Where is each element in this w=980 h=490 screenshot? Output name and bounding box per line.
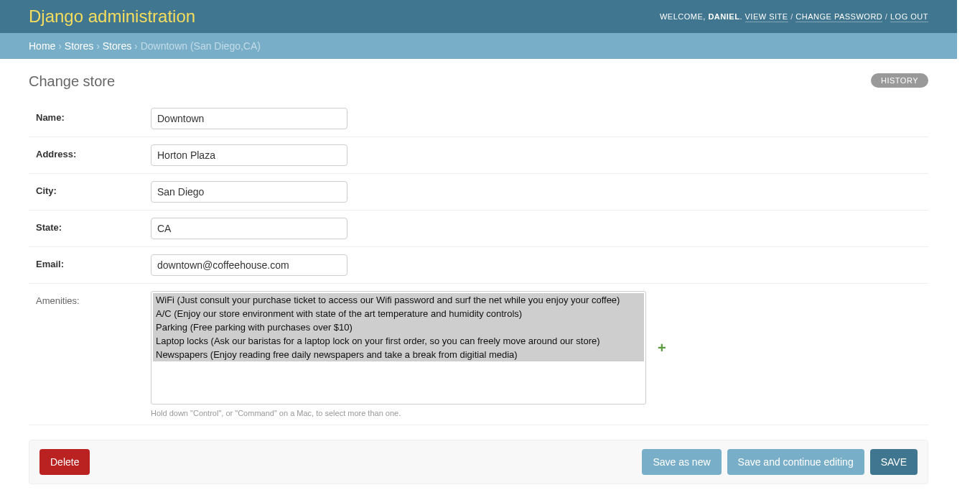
amenity-option[interactable]: Newspapers (Enjoy reading free daily new… — [153, 348, 644, 361]
save-continue-button[interactable] — [727, 449, 864, 475]
amenity-option[interactable]: Laptop locks (Ask our baristas for a lap… — [153, 334, 644, 348]
name-label: Name: — [36, 108, 151, 123]
save-button[interactable] — [870, 449, 918, 475]
page-title: Change store — [29, 73, 115, 90]
amenity-option[interactable]: A/C (Enjoy our store environment with st… — [153, 307, 644, 320]
submit-row: Delete — [29, 440, 928, 484]
amenity-option[interactable]: Parking (Free parking with purchases ove… — [153, 320, 644, 334]
breadcrumb-object: Downtown (San Diego,CA) — [141, 40, 261, 52]
address-input[interactable] — [151, 144, 347, 166]
change-form: Name: Address: City: State: — [29, 101, 928, 484]
state-label: State: — [36, 218, 151, 233]
add-amenity-button[interactable]: + — [653, 340, 671, 356]
address-label: Address: — [36, 144, 151, 160]
email-input[interactable] — [151, 254, 347, 276]
breadcrumb-app[interactable]: Stores — [65, 40, 93, 52]
welcome-text: WELCOME, — [660, 12, 706, 21]
name-input[interactable] — [151, 108, 347, 129]
logout-link[interactable]: LOG OUT — [890, 12, 928, 22]
amenities-select[interactable]: WiFi (Just consult your purchase ticket … — [151, 291, 646, 405]
plus-icon: + — [658, 340, 666, 356]
amenities-label: Amenities: — [36, 291, 151, 306]
site-title: Django administration — [29, 6, 195, 27]
history-button[interactable]: HISTORY — [871, 73, 928, 88]
breadcrumb: Home › Stores › Stores › Downtown (San D… — [0, 33, 957, 59]
user-tools: WELCOME, DANIEL. VIEW SITE / CHANGE PASS… — [660, 12, 928, 21]
header: Django administration WELCOME, DANIEL. V… — [0, 0, 957, 33]
amenities-help: Hold down "Control", or "Command" on a M… — [151, 409, 921, 417]
breadcrumb-model[interactable]: Stores — [103, 40, 131, 52]
view-site-link[interactable]: VIEW SITE — [745, 12, 788, 22]
breadcrumb-home[interactable]: Home — [29, 40, 55, 52]
amenity-option[interactable]: WiFi (Just consult your purchase ticket … — [153, 293, 644, 307]
state-input[interactable] — [151, 218, 347, 239]
username: DANIEL — [708, 12, 739, 21]
city-input[interactable] — [151, 181, 347, 203]
city-label: City: — [36, 181, 151, 196]
save-as-new-button[interactable] — [642, 449, 721, 475]
delete-button[interactable]: Delete — [39, 449, 90, 475]
email-label: Email: — [36, 254, 151, 269]
change-password-link[interactable]: CHANGE PASSWORD — [795, 12, 882, 22]
